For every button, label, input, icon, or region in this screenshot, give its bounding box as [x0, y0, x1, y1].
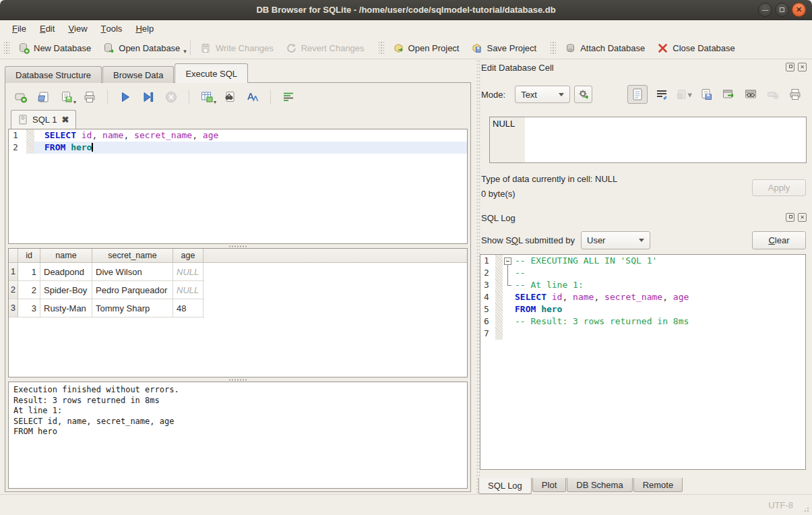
- save-project-button[interactable]: Save Project: [465, 39, 542, 57]
- print-cell-button[interactable]: [787, 86, 803, 103]
- float-panel-icon[interactable]: [786, 63, 794, 71]
- fold-marker: [503, 267, 513, 279]
- open-project-button[interactable]: Open Project: [387, 39, 466, 57]
- close-panel-icon[interactable]: ✕: [798, 63, 807, 71]
- apply-button: Apply: [752, 179, 806, 196]
- table-cell[interactable]: NULL: [173, 263, 204, 280]
- new-database-button[interactable]: New Database: [12, 39, 97, 57]
- tab-browse-data[interactable]: Browse Data: [102, 66, 174, 83]
- code-line[interactable]: 1SELECT id, name, secret_name, age: [9, 129, 467, 142]
- sql-file-tab[interactable]: SQL 1 ✖: [11, 110, 76, 129]
- table-cell[interactable]: Dive Wilson: [92, 263, 173, 280]
- close-sql-tab-icon[interactable]: ✖: [61, 115, 69, 125]
- table-cell[interactable]: 3: [18, 299, 40, 317]
- code-line[interactable]: 1-- EXECUTING ALL IN 'SQL 1': [480, 255, 805, 267]
- dock-tab-remote[interactable]: Remote: [633, 478, 683, 492]
- menu-item-edit[interactable]: Edit: [33, 20, 61, 37]
- text-mode-button[interactable]: [627, 85, 648, 104]
- clear-button[interactable]: Clear: [752, 231, 806, 249]
- title-bar[interactable]: DB Browser for SQLite - /home/user/code/…: [0, 0, 812, 20]
- execute-all-button[interactable]: [117, 88, 134, 106]
- dock-tab-db-schema[interactable]: DB Schema: [567, 478, 632, 492]
- export-data-button[interactable]: [698, 86, 714, 103]
- open-sql-file-button[interactable]: [35, 88, 53, 106]
- code-line[interactable]: 4SELECT id, name, secret_name, age: [480, 291, 805, 303]
- auto-format-button[interactable]: [244, 88, 261, 106]
- attach-database-button[interactable]: Attach Database: [559, 39, 651, 57]
- line-number: 5: [480, 303, 495, 315]
- edit-link-button[interactable]: [743, 86, 759, 103]
- open-project-label: Open Project: [408, 43, 460, 53]
- tab-execute-sql[interactable]: Execute SQL: [175, 63, 248, 83]
- word-wrap-button[interactable]: [280, 88, 297, 106]
- corner-header-cell[interactable]: [9, 249, 18, 262]
- minimize-button[interactable]: —: [758, 3, 772, 17]
- table-cell[interactable]: NULL: [173, 281, 204, 299]
- close-button[interactable]: ✕: [792, 3, 806, 17]
- tab-database-structure[interactable]: Database Structure: [5, 66, 102, 83]
- open-database-button[interactable]: Open Database: [97, 39, 186, 57]
- results-table[interactable]: idnamesecret_nameage 11DeadpondDive Wils…: [8, 248, 468, 377]
- table-cell[interactable]: 48: [173, 299, 204, 317]
- table-cell[interactable]: 1: [18, 263, 40, 280]
- sql-tab-label: SQL 1: [32, 115, 57, 125]
- execute-current-line-button[interactable]: [139, 88, 157, 106]
- execution-message[interactable]: Execution finished without errors. Resul…: [8, 382, 468, 489]
- code-line[interactable]: 2FROM hero: [9, 142, 467, 154]
- open-database-dropdown-arrow[interactable]: ▾: [183, 48, 187, 55]
- resize-grip[interactable]: [801, 504, 810, 513]
- table-cell[interactable]: Tommy Sharp: [92, 299, 173, 317]
- row-header[interactable]: 1: [9, 263, 18, 280]
- column-header-age[interactable]: age: [173, 249, 204, 262]
- table-cell[interactable]: Spider-Boy: [40, 281, 92, 299]
- code-line[interactable]: 3-- At line 1:: [480, 279, 805, 291]
- table-cell[interactable]: 2: [18, 281, 40, 299]
- window-controls: — ✕: [758, 3, 806, 17]
- dock-tab-plot[interactable]: Plot: [532, 478, 566, 492]
- row-header[interactable]: 3: [9, 299, 18, 317]
- row-header[interactable]: 2: [9, 281, 18, 299]
- code-line[interactable]: 6-- Result: 3 rows returned in 8ms: [480, 315, 805, 328]
- open-database-icon: [103, 42, 115, 54]
- sql-log-view[interactable]: 1-- EXECUTING ALL IN 'SQL 1'2--3-- At li…: [480, 254, 806, 470]
- column-header-name[interactable]: name: [40, 249, 92, 262]
- maximize-button[interactable]: [775, 3, 789, 17]
- fold-margin: [495, 328, 503, 340]
- code-line[interactable]: 7: [480, 328, 805, 340]
- mode-combo[interactable]: Text: [515, 86, 570, 103]
- menu-item-file[interactable]: File: [5, 20, 33, 37]
- new-sql-tab-button[interactable]: [12, 88, 30, 106]
- dock-tab-sql-log[interactable]: SQL Log: [478, 478, 532, 494]
- save-sql-dropdown-arrow[interactable]: ▾: [73, 99, 76, 105]
- menu-item-help[interactable]: Help: [129, 20, 160, 37]
- column-header-secret_name[interactable]: secret_name: [92, 249, 173, 262]
- close-database-button[interactable]: Close Database: [651, 39, 741, 57]
- save-results-dropdown-arrow[interactable]: ▾: [214, 99, 216, 105]
- word-wrap-icon[interactable]: [654, 86, 670, 103]
- toolbar-drag-handle[interactable]: [551, 40, 556, 55]
- table-cell[interactable]: Pedro Parqueador: [92, 281, 173, 299]
- find-button[interactable]: [221, 88, 239, 106]
- cell-editor[interactable]: NULL: [489, 117, 807, 163]
- menu-item-view[interactable]: View: [61, 20, 94, 37]
- float-panel-icon[interactable]: [786, 213, 794, 222]
- table-cell[interactable]: Rusty-Man: [40, 299, 92, 317]
- sql-editor[interactable]: 1SELECT id, name, secret_name, age2FROM …: [8, 129, 468, 244]
- save-results-button[interactable]: ▾: [198, 88, 216, 106]
- auto-switch-mode-button[interactable]: [574, 86, 592, 103]
- toolbar-drag-handle[interactable]: [379, 40, 384, 55]
- save-sql-file-button[interactable]: ▾: [58, 88, 75, 106]
- menu-item-tools[interactable]: Tools: [94, 20, 129, 37]
- code-line[interactable]: 2--: [480, 267, 805, 279]
- close-panel-icon[interactable]: ✕: [798, 213, 807, 222]
- column-header-id[interactable]: id: [18, 249, 40, 262]
- open-in-external-button[interactable]: [720, 86, 737, 103]
- table-cell[interactable]: Deadpond: [40, 263, 92, 280]
- line-number: 1: [9, 129, 26, 142]
- open-database-label: Open Database: [119, 43, 180, 53]
- print-button[interactable]: [81, 88, 98, 106]
- submitted-by-combo[interactable]: User: [581, 231, 650, 249]
- toolbar-drag-handle[interactable]: [4, 40, 9, 55]
- fold-collapse-icon[interactable]: [503, 255, 513, 267]
- code-line[interactable]: 5FROM hero: [480, 303, 805, 315]
